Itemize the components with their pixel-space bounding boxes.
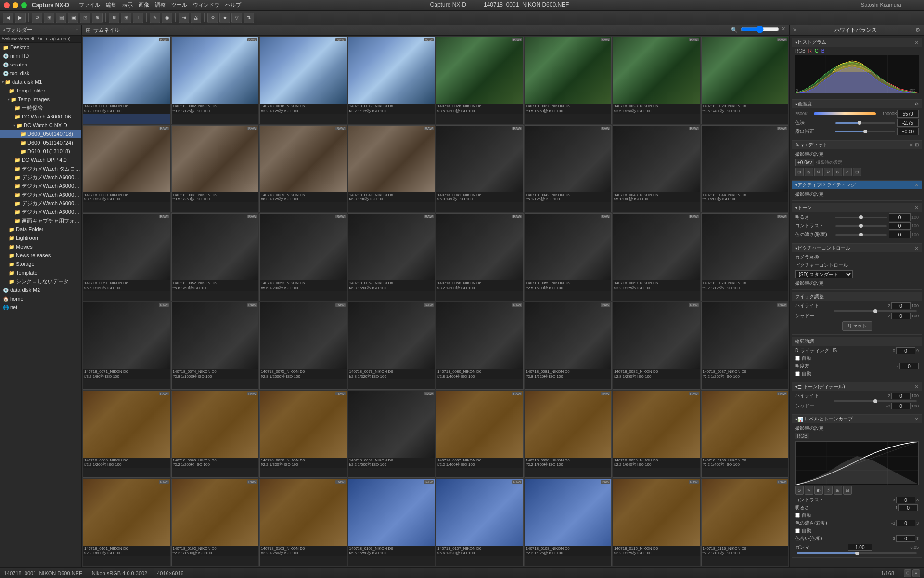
menu-adjust[interactable]: 調整 [155,1,166,9]
thumbnail-19[interactable]: RAW140718_0057_NIKON D6f/6.3 1/200秒 ISO … [348,213,436,301]
thumbnail-38[interactable]: RAW140718_0099_NIKON D6f/2.2 1/640秒 ISO … [613,391,700,478]
menu-window[interactable]: ウィンドウ [193,1,219,9]
detail-auto-checkbox[interactable] [795,371,800,376]
thumbnail-42[interactable]: RAW140718_0103_NIKON D6f/2.2 1/250秒 ISO … [259,479,347,566]
grid-view-button[interactable]: ⊞ [44,13,54,23]
thumbnail-12[interactable]: RAW140718_0041_NIKON D6f/6.3 1/60秒 ISO 1… [436,125,524,213]
edge-header[interactable]: 輪郭強調 [792,337,922,346]
thumbnail-46[interactable]: RAW140718_0115_NIKON D6f/2.2 1/125秒 ISO … [613,479,700,566]
highlight-input[interactable] [891,302,911,309]
sidebar-item-1[interactable]: 💿mini HD [0,52,81,60]
menu-help[interactable]: ヘルプ [225,1,241,9]
adl-close-icon[interactable]: ✕ [914,182,919,188]
levels-tool-3[interactable]: ◐ [814,486,823,495]
sidebar-item-11[interactable]: 📁D600_051(140724) [0,138,81,147]
thumbnail-36[interactable]: RAW140718_0097_NIKON D6f/2.2 1/400秒 ISO … [436,391,524,478]
thumbnail-32[interactable]: RAW140718_0088_NIKON D6f/2.2 1/200秒 ISO … [83,391,170,478]
wb-section-header[interactable]: ▾ 色温度 ⚙ [792,100,922,108]
thumbnail-13[interactable]: RAW140718_0042_NIKON D6f/5 1/125秒 ISO 10… [525,125,612,213]
thumbnail-11[interactable]: RAW140718_0040_NIKON D6f/6.3 1/80秒 ISO 1… [348,125,436,213]
sidebar-item-18[interactable]: 📁デジカメWatch A6000_04 [0,199,81,208]
sidebar-item-4[interactable]: ▾📁data disk M1 [0,78,81,86]
thumbnail-20[interactable]: RAW140718_0058_NIKON D6f/3.2 1/200秒 ISO … [436,213,524,301]
thumbnail-15[interactable]: RAW140718_0044_NIKON D6f/5 1/200秒 ISO 10… [701,125,789,213]
sidebar-options-icon[interactable]: ≡ [76,27,78,33]
thumbnail-26[interactable]: RAW140718_0075_NIKON D6f/2.8 1/2000秒 ISO… [259,302,347,390]
menu-tools[interactable]: ツール [171,1,187,9]
right-panel-close-icon[interactable]: ✕ [793,27,797,33]
detail-button[interactable]: ▣ [68,13,78,23]
thumbnail-1[interactable]: RAW140718_0002_NIKON D6f/3.2 1/125秒 ISO … [171,37,259,124]
pc-dropdown[interactable]: [SD] スタンダード [795,270,853,278]
thumbnail-22[interactable]: RAW140718_0069_NIKON D6f/3.2 1/125秒 ISO … [613,213,700,301]
thumbnail-2[interactable]: RAW140718_0016_NIKON D6f/3.2 1/125秒 ISO … [259,37,347,124]
sidebar-item-9[interactable]: ▾📁DC Watch Ç NX-D [0,121,81,130]
dl-hs-input[interactable] [896,347,915,354]
filmstrip-button[interactable]: ▤ [56,13,66,23]
pc-close-icon[interactable]: ✕ [914,245,919,251]
tone-header[interactable]: ▾ トーン ✕ [792,203,922,212]
reset-button[interactable]: リセット [842,321,872,331]
thumbnail-21[interactable]: RAW140718_0059_NIKON D6f/2.5 1/200秒 ISO … [525,213,612,301]
back-button[interactable]: ◀ [3,13,13,23]
tone-detail-header[interactable]: ▾ ☰ トーン(ディテール) ✕ [792,382,922,391]
thumbnail-9[interactable]: RAW140718_0031_NIKON D6f/3.5 1/250秒 ISO … [171,125,259,213]
td-shadow-input[interactable] [891,403,911,409]
sidebar-item-27[interactable]: 📁シンクロしないデータ [0,277,81,286]
sidebar-item-26[interactable]: 📁Template [0,268,81,277]
fit-button[interactable]: ⊡ [80,13,90,23]
gamma-thumb[interactable] [855,552,859,555]
lc-auto-checkbox[interactable] [795,513,800,518]
thumbnail-47[interactable]: RAW140718_0116_NIKON D6f/2.2 1/100秒 ISO … [701,479,789,566]
sidebar-item-14[interactable]: 📁デジカメWatch タムロン14-15 [0,164,81,173]
detail-input[interactable] [899,363,919,369]
saturation-thumb[interactable] [859,233,863,236]
thumbnail-33[interactable]: RAW140718_0089_NIKON D6f/2.2 1/200秒 ISO … [171,391,259,478]
sidebar-item-29[interactable]: 🏠home [0,294,81,303]
lc-sat-auto-checkbox[interactable] [795,528,800,533]
edit-close-icon[interactable]: ✕ [909,142,913,148]
color-temp-input[interactable]: 5570 [897,110,919,118]
zoom-slider[interactable] [741,26,779,33]
edit-tool-7[interactable]: ⊟ [853,168,861,176]
thumbnail-37[interactable]: RAW140718_0098_NIKON D6f/2.2 1/800秒 ISO … [525,391,612,478]
tint-thumb[interactable] [858,121,861,125]
zoom-button[interactable]: ⊕ [92,13,103,23]
thumbnail-45[interactable]: RAW140718_0108_NIKON D6f/2.2 1/125秒 ISO … [525,479,612,566]
sidebar-item-22[interactable]: 📁Lightroom [0,234,81,242]
levels-tool-4[interactable]: ↺ [824,486,833,495]
thumbnail-34[interactable]: RAW140718_0090_NIKON D6f/2.2 1/320秒 ISO … [259,391,347,478]
thumbnail-8[interactable]: RAW140718_0030_NIKON D6f/3.5 1/320秒 ISO … [83,125,170,213]
retouch-button[interactable]: ◉ [162,13,172,23]
sidebar-item-23[interactable]: 📁Movies [0,242,81,251]
saturation-input[interactable] [889,231,911,238]
menu-file[interactable]: ファイル [79,1,100,9]
levels-tool-1[interactable]: ⊙ [795,486,804,495]
shadow-input[interactable] [891,313,911,319]
crop-button[interactable]: ⊞ [121,13,131,23]
thumbnail-7[interactable]: RAW140718_0029_NIKON D6f/3.5 1/400秒 ISO … [701,37,789,124]
td-highlight-thumb[interactable] [873,399,877,403]
thumbnail-41[interactable]: RAW140718_0102_NIKON D6f/2.2 1/1600秒 ISO… [171,479,259,566]
export-button[interactable]: ⇥ [179,13,189,23]
tint-input[interactable] [897,119,919,127]
td-highlight-input[interactable] [891,393,911,399]
sidebar-item-8[interactable]: 📁DC Watch A6000_06 [0,112,81,121]
histogram-close-icon[interactable]: ✕ [914,39,919,46]
thumbnail-23[interactable]: RAW140718_0070_NIKON D6f/3.2 1/125秒 ISO … [701,213,789,301]
sidebar-item-13[interactable]: 📁DC Watch DPP 4.0 [0,156,81,164]
sidebar-item-21[interactable]: 📁Data Folder [0,225,81,234]
thumbnail-0[interactable]: RAW140718_0001_NIKON D6f/3.2 1/100秒 ISO … [83,37,170,124]
thumbnail-16[interactable]: RAW140718_0051_NIKON D6f/5.6 1/160秒 ISO … [83,213,170,301]
thumbnail-29[interactable]: RAW140718_0081_NIKON D6f/2.8 1/320秒 ISO … [525,302,612,390]
sidebar-item-25[interactable]: 📁Storage [0,260,81,268]
thumbnail-3[interactable]: RAW140718_0017_NIKON D6f/3.2 1/125秒 ISO … [348,37,436,124]
contrast-thumb[interactable] [859,224,863,228]
thumbnail-14[interactable]: RAW140718_0043_NIKON D6f/5 1/160秒 ISO 10… [613,125,700,213]
sidebar-item-16[interactable]: 📁デジカメWatch A6000_02 [0,182,81,190]
right-panel-settings-icon[interactable]: ⚙ [914,26,921,34]
rotate-left-button[interactable]: ↺ [32,13,42,23]
sidebar-item-3[interactable]: 💿tool disk [0,69,81,78]
close-button[interactable] [4,2,10,8]
pc-header[interactable]: ▾ ピクチャーコントロール ✕ [792,244,922,252]
